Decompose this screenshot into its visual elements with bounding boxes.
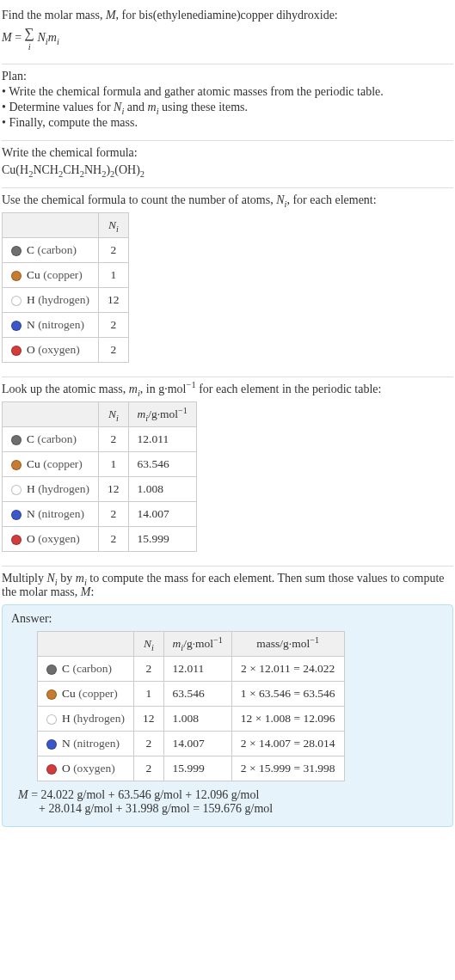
answer-box: Answer: Ni mi/g·mol−1 mass/g·mol−1 C (ca… — [2, 604, 453, 827]
masses-m: 63.546 — [128, 452, 196, 477]
answer-calc: 2 × 14.007 = 28.014 — [231, 732, 344, 756]
table-row: N (nitrogen)2 — [3, 313, 129, 338]
eq-m-sub: i — [57, 37, 59, 46]
eq-m2: m — [48, 31, 57, 44]
masses-title-sup: −1 — [186, 380, 195, 389]
intro-equation: M = ∑i Nimi — [2, 24, 453, 53]
element-name: (nitrogen) — [73, 737, 120, 750]
count-n: 2 — [99, 238, 129, 263]
table-row: Cu (copper)1 — [3, 263, 129, 288]
multiply-section: Multiply Ni by mi to compute the mass fo… — [2, 567, 453, 841]
answer-calc: 2 × 12.011 = 24.022 — [231, 657, 344, 682]
element-dot-icon — [11, 346, 22, 356]
plan-bullet-1: • Write the chemical formula and gather … — [2, 85, 453, 99]
element-cell: Cu (copper) — [3, 452, 99, 477]
f-p6: (OH) — [114, 163, 140, 176]
count-n: 2 — [99, 338, 129, 363]
element-name: (oxygen) — [38, 343, 80, 356]
element-cell: O (oxygen) — [3, 527, 99, 552]
table-row: O (oxygen)215.9992 × 15.999 = 31.998 — [38, 756, 345, 781]
masses-n: 2 — [99, 527, 129, 552]
answer-hdr-mass: mass/g·mol−1 — [231, 632, 344, 657]
masses-title: Look up the atomic mass, mi, in g·mol−1 … — [2, 383, 453, 396]
intro-text: Find the molar mass, M, for bis(ethylene… — [2, 9, 453, 22]
element-symbol: O — [27, 343, 35, 356]
element-dot-icon — [46, 689, 57, 700]
count-section: Use the chemical formula to count the nu… — [2, 188, 453, 377]
count-table-header: Ni — [3, 213, 129, 238]
mult-mi: mi — [76, 572, 87, 585]
answer-final-l2: + 28.014 g/mol + 31.998 g/mol = 159.676 … — [39, 802, 273, 815]
chemical-formula: Cu(H2NCH2CH2NH2)2(OH)2 — [2, 163, 453, 177]
answer-hdr-mi: mi/g·mol−1 — [163, 632, 231, 657]
element-dot-icon — [11, 321, 22, 331]
plan-mi: mi — [148, 101, 159, 113]
eq-sigma-idx: i — [28, 42, 31, 52]
formula-title: Write the chemical formula: — [2, 146, 453, 160]
plan-b2-and: and — [124, 101, 147, 113]
mult-m: M — [81, 585, 91, 598]
count-table: Ni C (carbon)2Cu (copper)1H (hydrogen)12… — [2, 212, 129, 363]
element-dot-icon — [11, 246, 22, 256]
answer-calc: 1 × 63.546 = 63.546 — [231, 682, 344, 707]
masses-n: 2 — [99, 502, 129, 527]
intro-section: Find the molar mass, M, for bis(ethylene… — [2, 3, 453, 64]
element-dot-icon — [46, 739, 57, 750]
masses-n: 12 — [99, 477, 129, 502]
masses-m: 12.011 — [128, 427, 196, 452]
count-title-ni: Ni — [276, 193, 286, 206]
answer-hdr-blank — [38, 632, 134, 657]
table-row: O (oxygen)2 — [3, 338, 129, 363]
element-dot-icon — [11, 271, 22, 281]
element-name: (carbon) — [37, 432, 77, 445]
mult-post: : — [90, 585, 94, 598]
eq-sigma: ∑i — [25, 24, 34, 53]
count-hdr-ni: Ni — [99, 213, 129, 238]
masses-title-mid: , in g·mol — [140, 383, 187, 395]
masses-table-header: Ni mi/g·mol−1 — [3, 402, 197, 427]
eq-term: Nimi — [37, 31, 58, 44]
f-p3: CH — [63, 163, 79, 176]
element-cell: Cu (copper) — [3, 263, 99, 288]
masses-title-mi: mi — [129, 383, 140, 395]
element-cell: O (oxygen) — [38, 756, 134, 781]
element-name: (oxygen) — [73, 762, 115, 775]
eq-m: M — [2, 31, 12, 44]
element-dot-icon — [11, 535, 22, 545]
count-title-post: , for each element: — [286, 193, 376, 206]
element-cell: H (hydrogen) — [38, 707, 134, 732]
element-dot-icon — [46, 665, 57, 675]
mult-pre: Multiply — [2, 572, 47, 585]
answer-hdr-ni: Ni — [134, 632, 164, 657]
table-row: H (hydrogen)121.008 — [3, 477, 197, 502]
answer-n: 2 — [134, 657, 164, 682]
element-cell: N (nitrogen) — [38, 732, 134, 756]
element-cell: H (hydrogen) — [3, 477, 99, 502]
plan-section: Plan: • Write the chemical formula and g… — [2, 64, 453, 141]
table-row: C (carbon)212.011 — [3, 427, 197, 452]
intro-text-pre: Find the molar mass, — [2, 9, 106, 21]
table-row: O (oxygen)215.999 — [3, 527, 197, 552]
answer-n: 2 — [134, 756, 164, 781]
masses-hdr-mi: mi/g·mol−1 — [128, 402, 196, 427]
table-row: Cu (copper)163.546 — [3, 452, 197, 477]
element-name: (copper) — [43, 457, 83, 470]
answer-table: Ni mi/g·mol−1 mass/g·mol−1 C (carbon)212… — [37, 631, 345, 781]
element-cell: C (carbon) — [3, 427, 99, 452]
element-symbol: Cu — [27, 268, 40, 281]
count-n: 12 — [99, 288, 129, 313]
element-dot-icon — [11, 435, 22, 445]
answer-calc: 2 × 15.999 = 31.998 — [231, 756, 344, 781]
element-symbol: H — [27, 293, 35, 306]
eq-equals: = — [12, 31, 25, 44]
element-name: (copper) — [43, 268, 83, 281]
element-name: (nitrogen) — [38, 507, 84, 520]
masses-title-pre: Look up the atomic mass, — [2, 383, 129, 395]
element-symbol: H — [62, 712, 71, 725]
element-dot-icon — [11, 485, 22, 495]
element-symbol: O — [62, 762, 71, 775]
answer-m: 14.007 — [163, 732, 231, 756]
element-dot-icon — [11, 510, 22, 520]
masses-section: Look up the atomic mass, mi, in g·mol−1 … — [2, 377, 453, 567]
answer-n: 12 — [134, 707, 164, 732]
